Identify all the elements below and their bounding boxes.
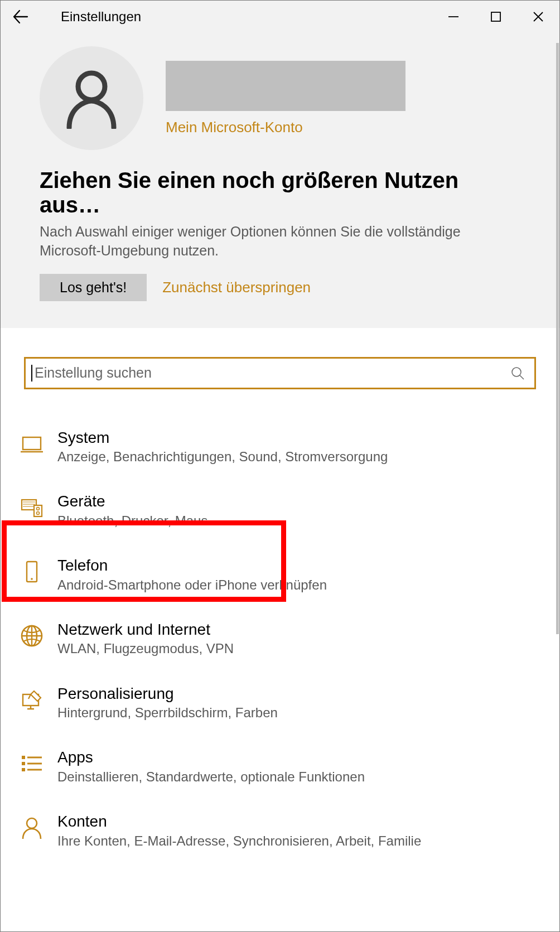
category-accounts[interactable]: Konten Ihre Konten, E-Mail-Adresse, Sync… (20, 799, 536, 863)
close-button[interactable] (517, 1, 559, 33)
category-desc: WLAN, Flugzeugmodus, VPN (57, 640, 536, 657)
category-desc: Anzeige, Benachrichtigungen, Sound, Stro… (57, 448, 536, 465)
devices-icon (20, 495, 44, 520)
category-title: Netzwerk und Internet (57, 620, 536, 639)
maximize-icon (490, 11, 501, 22)
minimize-icon (447, 11, 460, 23)
svg-rect-0 (491, 12, 500, 21)
maximize-button[interactable] (475, 1, 517, 33)
back-button[interactable] (1, 1, 40, 33)
person-icon (64, 67, 119, 129)
svg-rect-3 (23, 437, 41, 450)
svg-point-2 (512, 368, 521, 376)
category-title: Konten (57, 812, 536, 831)
titlebar: Einstellungen (1, 1, 559, 33)
microsoft-account-link[interactable]: Mein Microsoft-Konto (166, 119, 520, 136)
category-desc: Ihre Konten, E-Mail-Adresse, Synchronisi… (57, 832, 536, 849)
scrollbar[interactable] (556, 43, 559, 634)
text-caret (31, 365, 32, 382)
account-banner: Mein Microsoft-Konto Ziehen Sie einen no… (1, 33, 559, 328)
globe-icon (20, 624, 44, 648)
category-network[interactable]: Netzwerk und Internet WLAN, Flugzeugmodu… (20, 607, 536, 671)
category-title: Apps (57, 748, 536, 767)
banner-headline: Ziehen Sie einen noch größeren Nutzen au… (40, 168, 520, 217)
category-title: System (57, 428, 536, 447)
category-desc: Hintergrund, Sperrbildschirm, Farben (57, 704, 536, 721)
svg-point-9 (31, 578, 33, 580)
category-personalization[interactable]: Personalisierung Hintergrund, Sperrbilds… (20, 671, 536, 735)
search-icon (510, 365, 525, 381)
search-box[interactable] (24, 357, 536, 389)
svg-point-1 (78, 73, 105, 100)
category-title: Telefon (57, 556, 536, 575)
minimize-button[interactable] (432, 1, 475, 33)
category-title: Personalisierung (57, 684, 536, 703)
category-phone[interactable]: Telefon Android-Smartphone oder iPhone v… (20, 543, 536, 607)
banner-subtext: Nach Auswahl einiger weniger Optionen kö… (40, 223, 520, 260)
banner-actions: Los geht's! Zunächst überspringen (40, 274, 520, 301)
window-title: Einstellungen (40, 9, 141, 25)
close-icon (532, 11, 544, 23)
category-apps[interactable]: Apps Deinstallieren, Standardwerte, opti… (20, 735, 536, 799)
window-controls (432, 1, 559, 33)
svg-point-16 (27, 818, 37, 828)
search-area (1, 328, 559, 389)
skip-link[interactable]: Zunächst überspringen (162, 279, 311, 296)
personalize-icon (20, 688, 44, 712)
svg-rect-13 (22, 756, 25, 759)
category-desc: Bluetooth, Drucker, Maus (57, 512, 536, 529)
arrow-left-icon (12, 8, 28, 25)
search-input[interactable] (35, 365, 510, 381)
settings-window: Einstellungen Mein Microsoft (0, 0, 560, 932)
lets-go-button[interactable]: Los geht's! (40, 274, 147, 301)
category-list: System Anzeige, Benachrichtigungen, Soun… (1, 389, 559, 863)
laptop-icon (20, 432, 44, 456)
avatar (40, 46, 143, 150)
svg-rect-15 (22, 768, 25, 771)
svg-rect-14 (22, 762, 25, 765)
apps-icon (20, 751, 44, 776)
category-title: Geräte (57, 492, 536, 511)
category-devices[interactable]: Geräte Bluetooth, Drucker, Maus (20, 479, 536, 543)
account-row: Mein Microsoft-Konto (40, 46, 520, 150)
category-system[interactable]: System Anzeige, Benachrichtigungen, Soun… (20, 415, 536, 479)
account-name-redacted (166, 61, 405, 111)
phone-icon (20, 559, 44, 584)
accounts-icon (20, 815, 44, 840)
account-info: Mein Microsoft-Konto (166, 61, 520, 136)
category-desc: Android-Smartphone oder iPhone verknüpfe… (57, 576, 536, 593)
category-desc: Deinstallieren, Standardwerte, optionale… (57, 768, 536, 785)
